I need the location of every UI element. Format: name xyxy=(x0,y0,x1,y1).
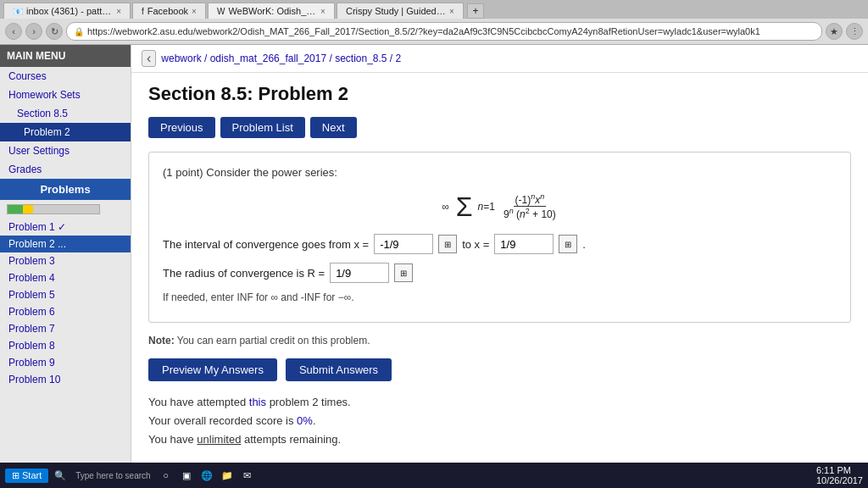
address-bar[interactable]: 🔒 https://webwork2.asu.edu/webwork2/Odis… xyxy=(66,22,822,41)
note-content: You can earn partial credit on this prob… xyxy=(177,335,370,347)
attempt-line1: You have attempted this problem 2 times. xyxy=(148,393,851,412)
sidebar-problem-1[interactable]: Problem 1 ✓ xyxy=(0,219,131,236)
problem-list-button[interactable]: Problem List xyxy=(220,117,305,138)
sidebar-item-courses[interactable]: Courses xyxy=(0,67,131,86)
browser-tab-2[interactable]: f Facebook × xyxy=(132,3,206,19)
interval-from-input[interactable] xyxy=(374,234,433,254)
interval-label: The interval of convergence goes from x … xyxy=(163,238,369,251)
forward-button[interactable]: › xyxy=(25,23,42,40)
nav-button-group: Previous Problem List Next xyxy=(148,117,851,138)
back-button[interactable]: ‹ xyxy=(5,23,22,40)
close-tab-4-icon[interactable]: × xyxy=(449,7,454,16)
problem-box: (1 point) Consider the power series: ∞ Σ… xyxy=(148,152,851,323)
to-label: to x = xyxy=(462,238,489,251)
sidebar-problem-3[interactable]: Problem 3 xyxy=(0,252,131,269)
answer-buttons: Preview My Answers Submit Answers xyxy=(148,358,851,381)
problems-header: Problems xyxy=(0,179,131,200)
browser-chrome: 📧 inbox (4361) - patterm... × f Facebook… xyxy=(0,0,868,45)
radius-input[interactable] xyxy=(330,263,389,283)
task-view-icon[interactable]: ▣ xyxy=(178,467,195,484)
progress-bar-container xyxy=(0,200,131,219)
main-content: ‹ webwork / odish_mat_266_fall_2017 / se… xyxy=(131,45,868,488)
lock-icon: 🔒 xyxy=(74,27,84,36)
chrome-taskbar-icon[interactable]: 🌐 xyxy=(198,467,215,484)
new-tab-button[interactable]: + xyxy=(467,3,484,19)
breadcrumb: ‹ webwork / odish_mat_266_fall_2017 / se… xyxy=(131,45,868,73)
content-area: Section 8.5: Problem 2 Previous Problem … xyxy=(131,73,868,488)
note-text: Note: You can earn partial credit on thi… xyxy=(148,335,851,347)
sidebar-problem-4[interactable]: Problem 4 xyxy=(0,269,131,286)
sidebar-item-problem2[interactable]: Problem 2 xyxy=(0,123,131,141)
interval-row: The interval of convergence goes from x … xyxy=(163,234,837,254)
explorer-taskbar-icon[interactable]: 📁 xyxy=(219,467,236,484)
search-taskbar-icon[interactable]: 🔍 xyxy=(52,467,69,484)
sidebar-problem-6[interactable]: Problem 6 xyxy=(0,303,131,320)
submit-button[interactable]: Submit Answers xyxy=(286,358,392,381)
inf-note: If needed, enter INF for ∞ and -INF for … xyxy=(163,291,837,303)
next-button[interactable]: Next xyxy=(310,117,357,138)
problem-intro: (1 point) Consider the power series: xyxy=(163,166,837,179)
close-tab-3-icon[interactable]: × xyxy=(320,7,326,16)
browser-tab-1[interactable]: 📧 inbox (4361) - patterm... × xyxy=(3,3,131,19)
attempt-line2: Your overall recorded score is 0%. xyxy=(148,412,851,430)
interval-to-grid-icon[interactable]: ⊞ xyxy=(559,235,577,253)
browser-tab-4[interactable]: Crispy Study | Guided ... × xyxy=(337,3,464,19)
sidebar-problem-2[interactable]: Problem 2 ... xyxy=(0,236,131,252)
sidebar-item-grades[interactable]: Grades xyxy=(0,160,131,179)
progress-yellow xyxy=(23,205,33,214)
sidebar-item-user-settings[interactable]: User Settings xyxy=(0,141,131,160)
attempt-info: You have attempted this problem 2 times.… xyxy=(148,393,851,449)
taskbar: ⊞ Start 🔍 Type here to search ○ ▣ 🌐 📁 ✉ … xyxy=(0,463,868,488)
sidebar-problem-8[interactable]: Problem 8 xyxy=(0,337,131,354)
interval-to-input[interactable] xyxy=(494,234,554,254)
note-label: Note: xyxy=(148,335,175,347)
sidebar-problem-5[interactable]: Problem 5 xyxy=(0,286,131,303)
preview-button[interactable]: Preview My Answers xyxy=(148,358,277,381)
browser-toolbar: ‹ › ↻ 🔒 https://webwork2.asu.edu/webwork… xyxy=(0,19,868,44)
page-title: Section 8.5: Problem 2 xyxy=(148,83,851,105)
mail-taskbar-icon[interactable]: ✉ xyxy=(239,467,256,484)
sidebar-problem-10[interactable]: Problem 10 xyxy=(0,371,131,388)
breadcrumb-path: webwork / odish_mat_266_fall_2017 / sect… xyxy=(161,53,401,64)
sidebar-item-homework-sets[interactable]: Homework Sets xyxy=(0,86,131,104)
attempt-link[interactable]: this xyxy=(249,396,266,408)
cortana-icon[interactable]: ○ xyxy=(158,467,175,484)
attempt-line3: You have unlimited attempts remaining. xyxy=(148,430,851,449)
math-formula: ∞ Σ n=1 (-1)nxn 9n (n2 + 10) xyxy=(163,192,837,220)
browser-tabs: 📧 inbox (4361) - patterm... × f Facebook… xyxy=(0,0,868,19)
bookmark-button[interactable]: ★ xyxy=(826,23,843,40)
progress-bar xyxy=(7,204,100,214)
browser-tab-3[interactable]: W WeBWorK: Odish_MAT... × xyxy=(208,3,335,19)
close-tab-1-icon[interactable]: × xyxy=(116,7,121,16)
taskbar-search-label[interactable]: Type here to search xyxy=(72,471,153,480)
sidebar-item-section[interactable]: Section 8.5 xyxy=(0,104,131,123)
score-link[interactable]: 0% xyxy=(297,414,313,427)
breadcrumb-back-button[interactable]: ‹ xyxy=(142,50,156,67)
radius-grid-icon[interactable]: ⊞ xyxy=(394,263,413,282)
menu-button[interactable]: ⋮ xyxy=(846,23,863,40)
sidebar: MAIN MENU Courses Homework Sets Section … xyxy=(0,45,131,488)
radius-label: The radius of convergence is R = xyxy=(163,267,325,280)
close-tab-2-icon[interactable]: × xyxy=(192,7,197,16)
sidebar-problem-7[interactable]: Problem 7 xyxy=(0,320,131,337)
start-button[interactable]: ⊞ Start xyxy=(5,469,48,483)
progress-green xyxy=(8,205,23,214)
radius-row: The radius of convergence is R = ⊞ xyxy=(163,263,837,283)
sidebar-problem-9[interactable]: Problem 9 xyxy=(0,354,131,371)
previous-button[interactable]: Previous xyxy=(148,117,215,138)
taskbar-time: 6:11 PM 10/26/2017 xyxy=(816,465,863,485)
main-menu-label: MAIN MENU xyxy=(0,45,131,67)
refresh-button[interactable]: ↻ xyxy=(46,23,63,40)
page-layout: MAIN MENU Courses Homework Sets Section … xyxy=(0,45,868,488)
interval-from-grid-icon[interactable]: ⊞ xyxy=(438,235,457,253)
